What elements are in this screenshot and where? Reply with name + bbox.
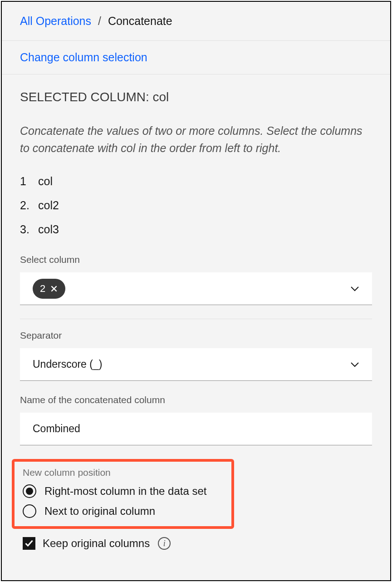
separator-label: Separator [20,330,372,341]
name-field-group: Name of the concatenated column [20,395,372,445]
new-column-position-label: New column position [23,467,223,478]
column-order-list: 1 col 2. col2 3. col3 [20,175,372,236]
select-column-multiselect[interactable]: 2 [20,272,372,305]
change-column-selection-link[interactable]: Change column selection [20,51,147,64]
radio-label: Next to original column [44,505,155,518]
select-column-group: Select column 2 [20,254,372,305]
radio-label: Right-most column in the data set [44,485,207,498]
concatenated-name-input-wrapper [20,413,372,445]
concatenated-name-input[interactable] [33,423,359,435]
breadcrumb: All Operations / Concatenate [2,2,390,41]
list-index: 3. [20,223,38,236]
keep-original-label: Keep original columns [43,537,150,550]
new-column-position-highlight: New column position Right-most column in… [12,459,234,529]
selection-count: 2 [40,283,45,295]
keep-original-checkbox-row[interactable]: Keep original columns i [20,537,372,550]
list-item: 2. col2 [20,199,372,212]
breadcrumb-root-link[interactable]: All Operations [20,15,91,27]
divider [20,319,372,319]
selected-column-value: col [153,90,169,104]
separator-group: Separator Underscore (_) [20,330,372,381]
list-item: 3. col3 [20,223,372,236]
breadcrumb-current: Concatenate [108,15,172,27]
radio-icon [23,504,36,518]
selected-column-prefix: SELECTED COLUMN: [20,90,153,104]
operation-content: SELECTED COLUMN: col Concatenate the val… [2,74,390,559]
radio-rightmost[interactable]: Right-most column in the data set [23,484,223,498]
checkbox-checked-icon [23,537,35,550]
selected-column-heading: SELECTED COLUMN: col [20,90,372,104]
clear-selection-icon[interactable] [50,285,58,293]
name-field-label: Name of the concatenated column [20,395,372,405]
breadcrumb-separator: / [94,15,105,27]
separator-select[interactable]: Underscore (_) [20,348,372,381]
operation-description: Concatenate the values of two or more co… [20,123,372,157]
list-index: 2. [20,199,38,212]
radio-icon [23,484,36,498]
list-item: 1 col [20,175,372,188]
radio-next-to-original[interactable]: Next to original column [23,504,223,518]
chevron-down-icon [350,286,359,291]
chevron-down-icon [350,362,359,367]
change-column-row: Change column selection [2,41,390,74]
selection-count-tag[interactable]: 2 [33,279,65,299]
list-column-name: col [38,175,53,188]
list-column-name: col2 [38,199,59,212]
separator-value: Underscore (_) [33,358,102,370]
list-index: 1 [20,175,38,188]
operation-panel: All Operations / Concatenate Change colu… [1,1,391,581]
select-column-label: Select column [20,254,372,265]
info-icon[interactable]: i [158,537,171,550]
list-column-name: col3 [38,223,59,236]
